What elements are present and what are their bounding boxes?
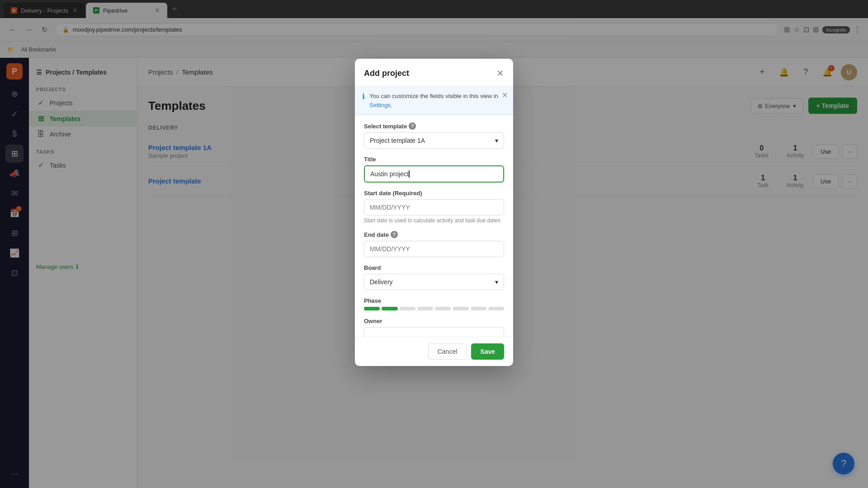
start-date-hint: Start date is used to calculate activity… — [364, 217, 504, 224]
phase-label: Phase — [364, 297, 504, 304]
phase-seg-3 — [417, 307, 433, 310]
board-value: Delivery — [370, 278, 393, 286]
phase-group: Phase — [364, 297, 504, 310]
start-date-input[interactable] — [364, 199, 504, 216]
end-date-help-icon[interactable]: ? — [391, 231, 398, 238]
phase-seg-5 — [453, 307, 468, 310]
settings-link[interactable]: Settings. — [369, 102, 392, 108]
info-banner-text: You can customize the fields visible in … — [369, 92, 506, 109]
board-group: Board Delivery ▾ — [364, 264, 504, 290]
select-template-group: Select template ? Project template 1A ▾ — [364, 122, 504, 149]
phase-seg-6 — [471, 307, 486, 310]
phase-track[interactable] — [364, 307, 504, 310]
modal-close-button[interactable]: ✕ — [496, 68, 504, 79]
phase-seg-7 — [488, 307, 504, 310]
phase-seg-1 — [382, 307, 397, 310]
end-date-group: End date ? — [364, 231, 504, 257]
modal-title: Add project — [364, 69, 409, 78]
start-date-label: Start date (Required) — [364, 190, 504, 197]
text-cursor — [409, 170, 410, 178]
info-banner: ℹ You can customize the fields visible i… — [355, 86, 513, 115]
modal-footer: Cancel Save — [355, 337, 513, 366]
select-template-chevron: ▾ — [495, 137, 498, 144]
cancel-button[interactable]: Cancel — [428, 343, 467, 360]
save-button[interactable]: Save — [471, 343, 504, 360]
title-label: Title — [364, 156, 504, 163]
modal-header: Add project ✕ — [355, 59, 513, 86]
start-date-group: Start date (Required) Start date is used… — [364, 190, 504, 224]
phase-seg-4 — [435, 307, 451, 310]
modal-overlay: Add project ✕ ℹ You can customize the fi… — [0, 0, 868, 488]
info-banner-icon: ℹ — [362, 92, 365, 101]
title-value: Austin project — [370, 170, 409, 178]
info-banner-close[interactable]: ✕ — [502, 91, 508, 99]
modal-body: Select template ? Project template 1A ▾ … — [355, 115, 513, 337]
owner-group: Owner — [364, 318, 504, 337]
phase-seg-2 — [400, 307, 415, 310]
title-group: Title Austin project — [364, 156, 504, 183]
select-template-value: Project template 1A — [370, 137, 425, 144]
end-date-input[interactable] — [364, 241, 504, 257]
board-label: Board — [364, 264, 504, 271]
owner-label: Owner — [364, 318, 504, 324]
title-input[interactable]: Austin project — [364, 165, 504, 183]
end-date-label: End date ? — [364, 231, 504, 238]
add-project-modal: Add project ✕ ℹ You can customize the fi… — [355, 59, 513, 366]
board-chevron: ▾ — [495, 278, 498, 286]
select-template-field[interactable]: Project template 1A ▾ — [364, 132, 504, 149]
board-field[interactable]: Delivery ▾ — [364, 274, 504, 290]
phase-seg-0 — [364, 307, 380, 310]
owner-input[interactable] — [364, 327, 504, 337]
select-template-help-icon[interactable]: ? — [409, 122, 416, 130]
select-template-label: Select template ? — [364, 122, 504, 130]
